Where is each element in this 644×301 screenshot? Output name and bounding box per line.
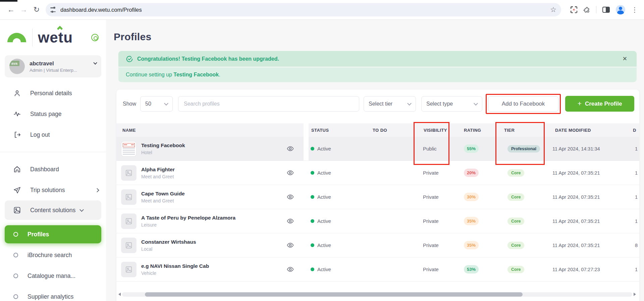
status-label: Active [317,266,331,272]
forward-icon[interactable]: → [17,3,30,16]
toolbar-divider [596,6,596,13]
sidebar-collapse-icon[interactable] [91,34,99,41]
sidebar-item-content-solutions[interactable]: Content solutions [5,200,101,220]
sidebar-item-ibrochure-search[interactable]: iBrochure search [0,245,106,265]
plus-icon: + [578,100,582,108]
visibility-value: Private [421,209,462,233]
date-modified: 11 Apr 2024, 07:35:21 [550,161,630,185]
search-input[interactable] [178,96,359,112]
preview-eye-icon[interactable] [286,265,294,273]
bookmark-star-icon[interactable]: ☆ [550,6,556,14]
clipped-next-column: 1 [630,185,639,209]
visibility-value: Public [421,137,462,161]
browser-toolbar: ← → ↻ dashboard.dev.wetu.com/Profiles ☆ … [0,0,644,20]
circle-icon [13,274,18,278]
address-bar[interactable]: dashboard.dev.wetu.com/Profiles ☆ [46,3,561,16]
create-profile-button[interactable]: + Create Profile [565,96,634,112]
sidebar-divider [0,152,106,152]
profile-thumbnail [121,214,137,229]
preview-eye-icon[interactable] [286,217,294,225]
banner-secondary: Continue setting up Testing Facebook. [118,67,637,82]
tier-select[interactable]: Select tier [364,96,416,112]
site-settings-icon[interactable] [50,7,56,12]
circle-icon [13,232,18,237]
preview-eye-icon[interactable] [286,169,294,177]
frozen-column-gap [304,233,309,257]
column-header-date-modified: DATE MODIFIED [550,123,630,137]
todo-cell [371,233,421,257]
reload-icon[interactable]: ↻ [30,3,43,16]
sidebar-item-profiles[interactable]: Profiles [5,225,101,243]
clipped-next-column: 8 [630,233,639,257]
sidebar-item-label: Personal details [30,90,72,97]
browser-menu-icon[interactable]: ⋮ [631,6,638,13]
table-row[interactable]: A Taste of Peru by Penelope Alzamora Lei… [116,209,639,233]
browser-profile-avatar[interactable] [616,5,625,14]
rating-badge: 35% [464,241,479,249]
rating-badge: 53% [464,265,479,274]
banner-continue-text: Continue setting up [126,72,173,77]
sidebar-item-log-out[interactable]: Log out [0,124,106,145]
table-header: NAMESTATUSTO DOVISIBILITYRATINGTIERDATE … [116,123,639,137]
sidebar-item-label: Trip solutions [30,187,65,194]
table-row[interactable]: Testing Facebook Hotel Active Public 55%… [116,137,639,161]
sidebar-item-personal-details[interactable]: Personal details [0,83,106,104]
table-row[interactable]: e.g NAVI Nissan Single Cab Vehicle Activ… [116,257,639,282]
sidebar-sub-item-label: Profiles [28,231,49,238]
profiles-table: Testing Facebook Hotel Active Public 55%… [116,137,639,282]
profile-type: Vehicle [141,270,209,276]
back-icon[interactable]: ← [5,3,17,16]
pulse-icon [13,110,21,118]
preview-eye-icon[interactable] [286,193,294,201]
horizontal-scrollbar[interactable] [118,292,636,297]
extensions-icon[interactable] [583,6,590,13]
sidebar-item-catalogue-mana[interactable]: Catalogue mana... [0,265,106,286]
tier-badge: Core [507,169,524,177]
banner-close-icon[interactable]: ✕ [621,55,629,63]
add-to-facebook-button[interactable]: Add to Facebook [488,96,558,112]
sidebar-item-supplier-analytics[interactable]: Supplier analytics [0,286,106,301]
table-row[interactable]: Alpha Fighter Meet and Greet Active Priv… [116,161,639,185]
column-header-rating: RATING [462,123,502,137]
account-name: abctravel [30,60,54,67]
frozen-column-gap [304,185,309,209]
sidebar-main-menu: Dashboard Trip solutions Content solutio… [0,157,106,222]
screen-capture-extension-icon[interactable] [571,6,577,13]
sidebar-sub-item-label: Catalogue mana... [28,273,75,280]
sidebar-item-dashboard[interactable]: Dashboard [0,159,106,180]
status-label: Active [317,218,331,224]
sidebar-item-trip-solutions[interactable]: Trip solutions [0,180,106,200]
visibility-value: Private [421,257,462,281]
show-label: Show [123,101,136,107]
sidebar-sub-item-label: iBrochure search [28,252,72,259]
account-switcher[interactable]: ava abctravel Admin | Virtual Enterp... [5,55,101,77]
url-text[interactable]: dashboard.dev.wetu.com/Profiles [60,7,550,13]
main-content: Profiles Congratulations! Testing Facebo… [106,20,644,301]
preview-eye-icon[interactable] [286,145,294,153]
sidebar-item-status-page[interactable]: Status page [0,104,106,124]
scrollbar-track[interactable] [122,292,632,297]
profile-thumbnail [121,238,137,253]
profile-type: Meet and Greet [141,174,175,179]
scroll-left-icon[interactable] [118,293,121,296]
scroll-right-icon[interactable] [634,293,636,296]
tab-strip-fragment [0,0,17,2]
banner-profile-link[interactable]: Testing Facebook [173,72,219,77]
status-label: Active [317,146,331,152]
column-header-status: STATUS [309,123,371,137]
circle-icon [13,253,18,257]
avatar-placeholder-label: ava [9,61,19,66]
chevron-down-icon [164,101,168,106]
chevron-down-icon [79,207,84,212]
preview-eye-icon[interactable] [286,241,294,249]
page-size-select[interactable]: 50 [140,96,173,112]
todo-cell [371,137,421,161]
type-select[interactable]: Select type [421,96,482,112]
todo-cell [371,209,421,233]
table-row[interactable]: Constanzer Wirtshaus Local Active Privat… [116,233,639,257]
clipped-next-column: 1 [630,209,639,233]
check-circle-icon [126,55,133,63]
side-panel-icon[interactable] [602,7,610,13]
table-row[interactable]: Cape Town Guide Meet and Greet Active Pr… [116,185,639,209]
scrollbar-thumb[interactable] [145,292,523,297]
